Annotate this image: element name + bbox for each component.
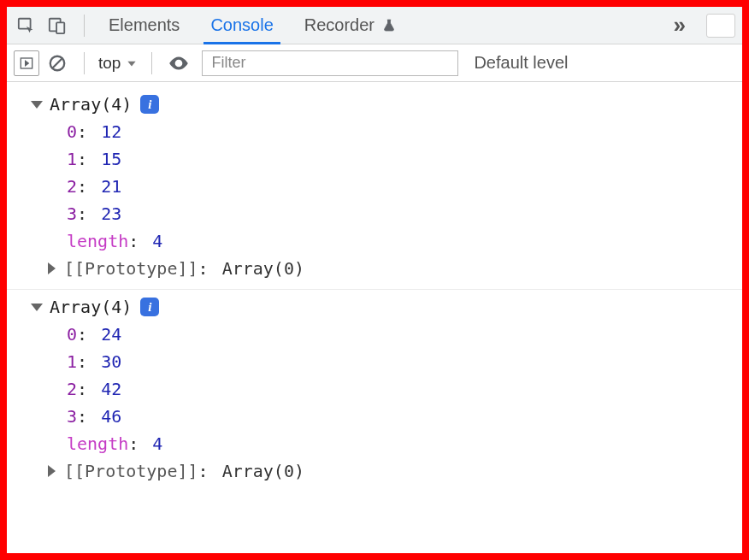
object-property-row: 2: 42	[7, 375, 742, 403]
object-summary: Array(4)	[50, 91, 132, 118]
tab-console[interactable]: Console	[195, 7, 288, 44]
object-property-row: 3: 46	[7, 403, 742, 430]
separator	[84, 52, 85, 74]
property-value: 21	[101, 173, 121, 200]
object-property-row: 0: 24	[7, 321, 742, 348]
property-key: 3	[67, 200, 77, 227]
select-element-icon[interactable]	[14, 13, 39, 38]
disclosure-down-icon[interactable]	[31, 101, 43, 109]
property-key: length	[67, 430, 128, 457]
object-summary: Array(4)	[50, 293, 132, 321]
more-tabs-icon[interactable]: »	[660, 12, 699, 38]
separator	[151, 52, 152, 74]
property-value: 15	[101, 145, 121, 173]
property-key: 3	[67, 403, 77, 430]
property-value: 24	[101, 321, 121, 348]
prototype-row[interactable]: [[Prototype]]: Array(0)	[7, 457, 742, 485]
object-header-row[interactable]: Array(4) i	[7, 293, 742, 321]
prototype-row[interactable]: [[Prototype]]: Array(0)	[7, 255, 742, 282]
tab-bar: Elements Console Recorder »	[7, 7, 742, 44]
property-key: 2	[67, 375, 77, 403]
device-toggle-icon[interactable]	[44, 13, 70, 38]
flask-icon	[381, 18, 397, 33]
tab-label: Recorder	[304, 15, 374, 35]
object-property-row: 1: 30	[7, 348, 742, 375]
separator	[84, 15, 85, 37]
property-value: 46	[101, 403, 121, 430]
devtools-frame: Elements Console Recorder »	[0, 0, 749, 560]
property-value: Array(0)	[222, 457, 304, 485]
tab-elements[interactable]: Elements	[93, 7, 195, 44]
svg-rect-2	[56, 22, 64, 33]
svg-rect-0	[19, 18, 31, 28]
object-property-row: 3: 23	[7, 200, 742, 227]
object-property-row: 1: 15	[7, 145, 742, 173]
property-key: 2	[67, 173, 77, 200]
log-levels-label: Default level	[474, 53, 568, 72]
info-badge-icon[interactable]: i	[140, 298, 159, 316]
live-expression-icon[interactable]	[166, 50, 192, 76]
object-property-row: length: 4	[7, 227, 742, 255]
property-value: 4	[152, 227, 162, 255]
property-value: 4	[152, 430, 162, 457]
property-key: 0	[67, 321, 77, 348]
clear-console-icon[interactable]	[44, 50, 70, 76]
object-property-row: 0: 12	[7, 118, 742, 145]
tab-recorder[interactable]: Recorder	[289, 7, 412, 44]
property-key: 1	[67, 348, 77, 375]
property-value: 23	[101, 200, 121, 227]
disclosure-right-icon[interactable]	[48, 262, 56, 274]
disclosure-right-icon[interactable]	[48, 465, 56, 477]
console-toolbar: top Default level	[7, 44, 742, 82]
context-selector[interactable]: top	[93, 54, 143, 73]
property-key: [[Prototype]]	[64, 457, 198, 485]
tab-label: Console	[210, 15, 273, 35]
context-label: top	[98, 54, 121, 73]
property-value: 42	[101, 375, 121, 403]
property-value: 30	[101, 348, 121, 375]
log-levels-selector[interactable]: Default level	[474, 53, 568, 73]
object-property-row: 2: 21	[7, 173, 742, 200]
console-entry: Array(4) i 0: 12 1: 15 2: 21 3: 23 lengt…	[7, 87, 742, 290]
property-key: 0	[67, 118, 77, 145]
sidebar-toggle-icon[interactable]	[14, 50, 39, 76]
disclosure-down-icon[interactable]	[31, 304, 43, 311]
property-key: length	[67, 227, 128, 255]
console-entry: Array(4) i 0: 24 1: 30 2: 42 3: 46 lengt…	[7, 290, 742, 492]
settings-button[interactable]	[706, 14, 735, 38]
info-badge-icon[interactable]: i	[140, 95, 159, 114]
chevron-down-icon	[126, 57, 138, 69]
property-value: Array(0)	[222, 255, 304, 282]
property-key: 1	[67, 145, 77, 173]
filter-input[interactable]	[202, 50, 458, 76]
tab-label: Elements	[109, 15, 180, 35]
object-header-row[interactable]: Array(4) i	[7, 91, 742, 118]
property-key: [[Prototype]]	[64, 255, 198, 282]
console-output: Array(4) i 0: 12 1: 15 2: 21 3: 23 lengt…	[7, 82, 742, 498]
svg-line-5	[53, 58, 62, 68]
object-property-row: length: 4	[7, 430, 742, 457]
property-value: 12	[101, 118, 121, 145]
